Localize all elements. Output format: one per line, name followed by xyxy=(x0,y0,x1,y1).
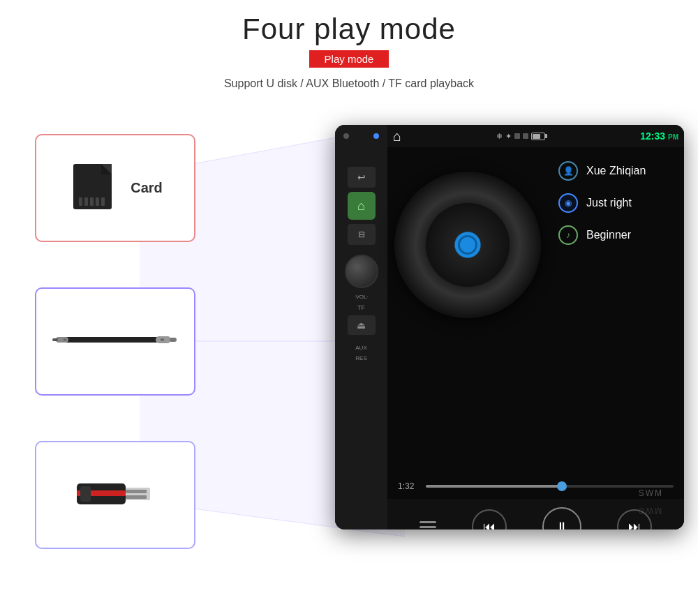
stereo-left-panel: ↩ ⌂ ⊟ ·VOL· TF ⏏ AUX RES xyxy=(335,125,387,529)
screen-home-icon: ⌂ xyxy=(393,128,401,144)
wifi-icon: ✦ xyxy=(505,132,512,141)
progress-bar[interactable] xyxy=(426,485,674,488)
page-container: Four play mode Play mode Support U disk … xyxy=(0,0,698,616)
sd-card-visual xyxy=(68,157,124,219)
usb-drive-panel xyxy=(35,441,195,549)
track-list: 👤 Xue Zhiqian ◉ Just right xyxy=(548,147,684,474)
swm-label-reflected: SWM xyxy=(639,506,663,516)
eject-icon: ⏏ xyxy=(357,320,366,331)
play-pause-icon: ⏸ xyxy=(556,520,568,530)
menu-line-2 xyxy=(419,526,436,528)
aux-label: AUX xyxy=(355,345,366,351)
battery-tip xyxy=(545,134,547,138)
status-led xyxy=(373,133,379,139)
svg-rect-10 xyxy=(96,197,99,206)
next-icon: ⏭ xyxy=(628,520,641,530)
home-icon: ⌂ xyxy=(357,199,365,213)
battery-fill xyxy=(533,134,540,139)
subtitle: Support U disk / AUX Bluetooth / TF card… xyxy=(0,77,698,90)
track-item-1: 👤 Xue Zhiqian xyxy=(558,161,674,181)
status-time: 12:33 PM xyxy=(640,130,678,142)
sd-card-panel: Card xyxy=(35,134,195,242)
aux-cable-visual xyxy=(52,322,178,360)
eject-button[interactable]: ⏏ xyxy=(348,315,376,335)
swm-label: SWM xyxy=(639,488,663,498)
aux-cable-panel xyxy=(35,287,195,396)
tf-label: TF xyxy=(357,304,365,311)
left-cards: Card xyxy=(0,104,230,578)
play-pause-button[interactable]: ⏸ xyxy=(542,507,581,529)
page-title: Four play mode xyxy=(0,13,698,46)
menu-button[interactable]: ⊟ xyxy=(348,224,376,245)
person-icon: 👤 xyxy=(563,166,574,176)
play-mode-badge: Play mode xyxy=(309,50,389,68)
track-name-1: Xue Zhiqian xyxy=(586,165,646,177)
track-icon-2: ◉ xyxy=(558,193,578,213)
music-icon: ♪ xyxy=(566,230,570,240)
svg-rect-14 xyxy=(52,338,58,341)
status-icons: ❄ ✦ xyxy=(496,132,545,141)
content-area: Card xyxy=(0,104,698,578)
track-name-3: Beginner xyxy=(586,229,631,241)
power-led xyxy=(343,133,349,139)
track-name-2: Just right xyxy=(586,197,632,209)
progress-fill xyxy=(426,485,562,488)
time-current: 1:32 xyxy=(398,481,419,491)
track-icon-1: 👤 xyxy=(558,161,578,181)
svg-rect-17 xyxy=(170,338,177,342)
battery-icon xyxy=(531,133,545,140)
track-item-3: ♪ Beginner xyxy=(558,225,674,245)
vinyl-center xyxy=(458,235,477,255)
svg-rect-11 xyxy=(101,197,105,206)
usb-drive-visual xyxy=(63,471,168,519)
svg-rect-21 xyxy=(126,495,147,499)
svg-rect-7 xyxy=(79,197,82,206)
menu-line-1 xyxy=(419,521,436,523)
back-icon: ↩ xyxy=(357,172,366,183)
home-button[interactable]: ⌂ xyxy=(348,192,376,220)
prev-button[interactable]: ⏮ xyxy=(472,509,507,529)
svg-rect-20 xyxy=(126,490,147,493)
card-label: Card xyxy=(131,180,163,196)
car-stereo-shell: ↩ ⌂ ⊟ ·VOL· TF ⏏ AUX RES xyxy=(335,125,684,529)
car-stereo-device: ↩ ⌂ ⊟ ·VOL· TF ⏏ AUX RES xyxy=(300,104,698,578)
disc-icon: ◉ xyxy=(565,198,572,208)
track-icon-3: ♪ xyxy=(558,225,578,245)
signal-dot2 xyxy=(523,133,528,139)
track-item-2: ◉ Just right xyxy=(558,193,674,213)
res-label: RES xyxy=(355,355,366,361)
stereo-screen: ⌂ ❄ ✦ 12:33 xyxy=(387,125,684,529)
back-button[interactable]: ↩ xyxy=(348,167,376,188)
playlist-button[interactable] xyxy=(419,521,436,530)
svg-rect-9 xyxy=(90,197,94,206)
vinyl-disc xyxy=(394,172,541,318)
menu-icon: ⊟ xyxy=(358,230,365,239)
volume-knob[interactable] xyxy=(345,255,378,288)
signal-dot1 xyxy=(514,133,520,139)
header-section: Four play mode Play mode Support U disk … xyxy=(0,0,698,90)
status-bar: ⌂ ❄ ✦ 12:33 xyxy=(387,125,684,147)
bluetooth-icon: ❄ xyxy=(496,132,503,141)
screen-main-content: 👤 Xue Zhiqian ◉ Just right xyxy=(387,147,684,474)
prev-icon: ⏮ xyxy=(483,520,496,530)
svg-rect-8 xyxy=(84,197,88,206)
svg-rect-24 xyxy=(80,486,91,502)
progress-knob[interactable] xyxy=(557,481,567,491)
vinyl-area xyxy=(387,147,548,343)
vol-label: ·VOL· xyxy=(354,294,368,300)
